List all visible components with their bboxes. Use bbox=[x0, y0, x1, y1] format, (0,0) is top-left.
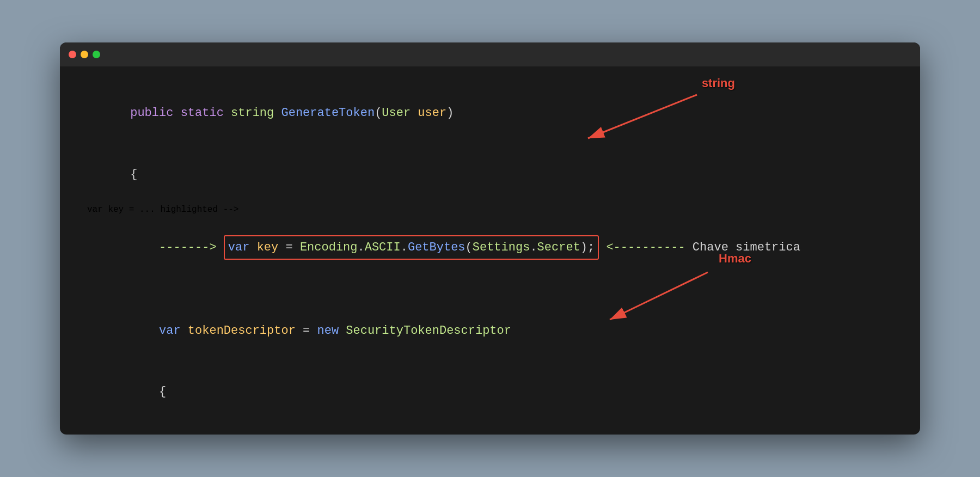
code-line-4 bbox=[87, 280, 893, 301]
dot2: . bbox=[401, 241, 408, 254]
type-string: string bbox=[231, 106, 281, 120]
titlebar bbox=[60, 42, 920, 66]
dot3: . bbox=[530, 241, 537, 254]
brace-open: { bbox=[130, 168, 137, 181]
string-annotation: string bbox=[702, 76, 735, 90]
code-line-2: { bbox=[87, 144, 893, 205]
keyword-var2: var bbox=[159, 324, 188, 338]
settings-class: Settings bbox=[473, 241, 530, 254]
equals2: = bbox=[296, 324, 317, 338]
type-user: User bbox=[382, 106, 418, 120]
keyword-new: new bbox=[317, 324, 346, 338]
keyword-public: public bbox=[130, 106, 180, 120]
equals: = bbox=[278, 241, 300, 254]
hmac-annotation: Hmac bbox=[719, 252, 751, 266]
param-user: user bbox=[418, 106, 446, 120]
ascii-class: ASCII bbox=[365, 241, 401, 254]
getbytes-method: GetBytes bbox=[408, 241, 465, 254]
maximize-button[interactable] bbox=[93, 51, 100, 58]
code-line-1: public static string GenerateToken(User … bbox=[87, 83, 893, 144]
highlighted-key-line: var key = Encoding.ASCII.GetBytes(Settin… bbox=[224, 235, 599, 260]
type-securitytokendescriptor: SecurityTokenDescriptor bbox=[346, 324, 511, 338]
encoding-class: Encoding bbox=[300, 241, 358, 254]
paren-open: ( bbox=[375, 106, 382, 120]
code-line-6: { bbox=[87, 362, 893, 423]
paren1: ( bbox=[465, 241, 473, 254]
method-generatetoken: GenerateToken bbox=[281, 106, 375, 120]
minimize-button[interactable] bbox=[81, 51, 88, 58]
var-key: key bbox=[257, 241, 279, 254]
dot1: . bbox=[358, 241, 365, 254]
keyword-static: static bbox=[181, 106, 231, 120]
close-button[interactable] bbox=[69, 51, 76, 58]
indent5 bbox=[130, 324, 159, 338]
keyword-var: var bbox=[228, 241, 257, 254]
paren2: ); bbox=[580, 241, 595, 254]
var-tokendescriptor: tokenDescriptor bbox=[188, 324, 296, 338]
indent6: { bbox=[130, 385, 166, 399]
code-window: public static string GenerateToken(User … bbox=[60, 42, 920, 435]
code-line-5: var tokenDescriptor = new SecurityTokenD… bbox=[87, 301, 893, 362]
code-line-7: Subject = ... bbox=[87, 423, 893, 435]
paren-close: ) bbox=[446, 106, 454, 120]
secret-prop: Secret bbox=[537, 241, 580, 254]
arrow-right: <---------- bbox=[599, 241, 693, 254]
arrow-left: -------> bbox=[130, 241, 224, 254]
code-line-3: -------> var key = Encoding.ASCII.GetByt… bbox=[87, 215, 893, 280]
code-area: public static string GenerateToken(User … bbox=[60, 66, 920, 435]
